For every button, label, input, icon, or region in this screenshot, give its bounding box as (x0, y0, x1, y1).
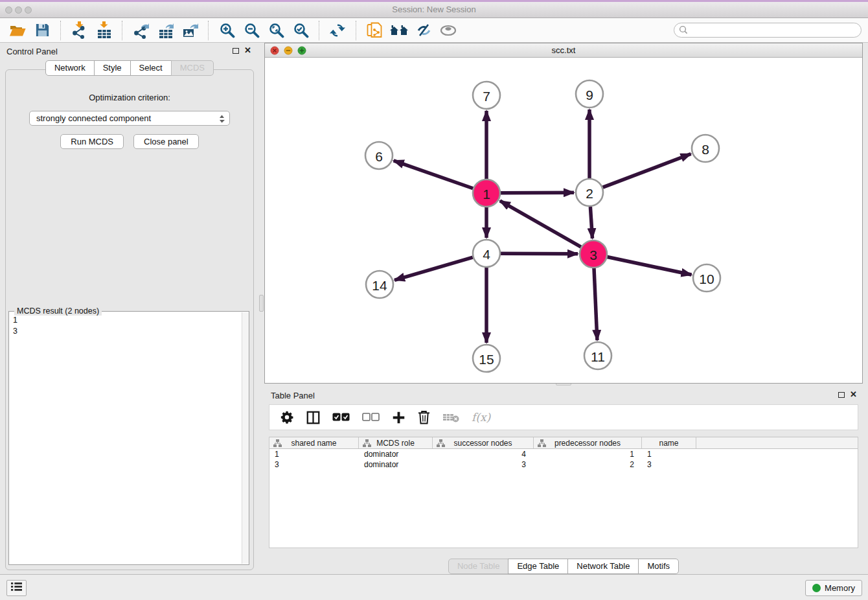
add-column-icon[interactable] (392, 409, 405, 426)
graph-node-8[interactable]: 8 (692, 135, 719, 162)
tab-select[interactable]: Select (130, 60, 172, 76)
float-table-panel-icon[interactable] (838, 392, 845, 398)
table-row[interactable]: 1dominator411 (269, 449, 858, 459)
table-cell[interactable]: 3 (269, 459, 359, 470)
graph-node-15[interactable]: 15 (473, 345, 500, 372)
graph-node-6[interactable]: 6 (365, 142, 393, 169)
table-cell[interactable]: 3 (642, 459, 696, 470)
graph-node-10[interactable]: 10 (693, 264, 720, 292)
edge-4-3[interactable] (501, 253, 578, 254)
search-container (674, 23, 862, 38)
edge-3-1[interactable] (500, 201, 581, 247)
column-header-shared-name[interactable]: shared name (269, 437, 359, 448)
table-row[interactable]: 3dominator323 (269, 459, 858, 470)
export-image-icon[interactable] (180, 21, 200, 40)
clear-selection-checkboxes-icon[interactable] (362, 409, 380, 426)
zoom-in-icon[interactable] (217, 21, 236, 40)
edge-1-2[interactable] (501, 192, 574, 193)
tab-motifs[interactable]: Motifs (638, 559, 679, 574)
zoom-out-icon[interactable] (242, 21, 261, 40)
close-table-panel-icon[interactable]: ✕ (850, 389, 857, 399)
import-network-icon[interactable] (69, 21, 89, 40)
search-input[interactable] (674, 23, 862, 38)
tab-network[interactable]: Network (45, 60, 95, 76)
close-panel-button[interactable]: Close panel (133, 134, 199, 149)
tab-mcds[interactable]: MCDS (171, 60, 214, 76)
export-table-icon[interactable] (155, 21, 175, 40)
table-panel-title: Table Panel (271, 391, 315, 400)
table-cell[interactable]: dominator (359, 449, 433, 459)
toolbar-separator (122, 21, 122, 40)
table-cell[interactable]: 1 (642, 449, 696, 459)
table-cell[interactable]: 1 (269, 449, 359, 459)
vertical-splitter-handle[interactable] (259, 295, 264, 312)
shared-column-icon (273, 439, 282, 449)
svg-text:10: 10 (699, 271, 714, 286)
column-header-MCDS-role[interactable]: MCDS role (359, 437, 433, 448)
column-header-successor-nodes[interactable]: successor nodes (433, 437, 534, 448)
table-panel-header: Table Panel ✕ (264, 387, 863, 404)
mcds-result-box: MCDS result (2 nodes) 13 (8, 311, 249, 565)
graph-node-3[interactable]: 3 (580, 240, 607, 268)
network-window-titlebar[interactable]: scc.txt (265, 43, 862, 58)
show-column-icon[interactable] (306, 409, 320, 426)
network-graph[interactable]: 7968124314101511 (265, 58, 862, 384)
optimization-criterion-label: Optimization criterion: (6, 93, 253, 102)
table-cell[interactable]: dominator (359, 459, 433, 470)
zoom-fit-icon[interactable] (266, 21, 286, 40)
delete-column-icon[interactable] (418, 409, 430, 426)
edge-4-14[interactable] (394, 257, 473, 280)
table-cell[interactable]: 3 (433, 459, 534, 470)
table-header-row: shared nameMCDS rolesuccessor nodesprede… (269, 437, 858, 449)
table-tabs: Node TableEdge TableNetwork TableMotifs (264, 559, 863, 574)
export-network-icon[interactable] (131, 21, 150, 40)
table-cell[interactable]: 1 (534, 449, 642, 459)
edge-1-6[interactable] (394, 161, 474, 189)
tab-network-table[interactable]: Network Table (567, 559, 639, 574)
graph-node-11[interactable]: 11 (584, 342, 611, 369)
column-header-predecessor-nodes[interactable]: predecessor nodes (534, 437, 642, 448)
select-all-checkboxes-icon[interactable] (332, 409, 350, 426)
graph-node-7[interactable]: 7 (473, 82, 500, 109)
tab-style[interactable]: Style (94, 60, 131, 76)
run-mcds-button[interactable]: Run MCDS (60, 134, 124, 149)
edge-3-10[interactable] (608, 257, 692, 275)
graph-node-14[interactable]: 14 (366, 271, 393, 298)
control-panel-title: Control Panel (6, 47, 58, 56)
task-history-button[interactable] (6, 580, 27, 596)
graph-node-2[interactable]: 2 (576, 179, 603, 206)
status-bar: Memory (0, 574, 868, 600)
edge-2-3[interactable] (590, 207, 592, 238)
save-session-icon[interactable] (32, 21, 52, 40)
toggle-visibility-icon[interactable] (414, 21, 433, 40)
open-file-icon[interactable] (8, 21, 27, 40)
network-canvas[interactable]: 7968124314101511 (265, 58, 862, 383)
svg-text:8: 8 (702, 142, 709, 157)
tab-node-table[interactable]: Node Table (448, 559, 509, 574)
criterion-select[interactable]: strongly connected component (29, 111, 230, 126)
result-scrollbar[interactable] (242, 312, 249, 564)
import-table-icon[interactable] (94, 21, 113, 40)
task-list-icon (10, 581, 23, 595)
edge-2-8[interactable] (603, 154, 691, 188)
refresh-network-icon[interactable] (328, 21, 347, 40)
network-file-icon[interactable] (365, 21, 384, 40)
zoom-selected-icon[interactable] (291, 21, 310, 40)
network-view-window: scc.txt 7968124314101511 (264, 43, 863, 384)
graph-node-9[interactable]: 9 (576, 80, 603, 108)
column-header-name[interactable]: name (642, 437, 696, 448)
app-titlebar: Session: New Session (0, 2, 868, 18)
edge-3-11[interactable] (594, 268, 597, 340)
graph-node-1[interactable]: 1 (473, 179, 500, 207)
home-icon[interactable] (389, 21, 409, 40)
graph-node-4[interactable]: 4 (473, 240, 500, 267)
table-cell[interactable]: 2 (534, 459, 642, 470)
float-panel-icon[interactable] (233, 48, 239, 54)
svg-text:6: 6 (375, 149, 383, 164)
memory-button[interactable]: Memory (805, 580, 862, 596)
table-mode-gear-icon[interactable] (280, 409, 294, 426)
table-cell[interactable]: 4 (433, 449, 534, 459)
tab-edge-table[interactable]: Edge Table (508, 559, 568, 574)
close-panel-icon[interactable]: ✕ (244, 45, 251, 55)
eye-icon[interactable] (439, 21, 458, 40)
